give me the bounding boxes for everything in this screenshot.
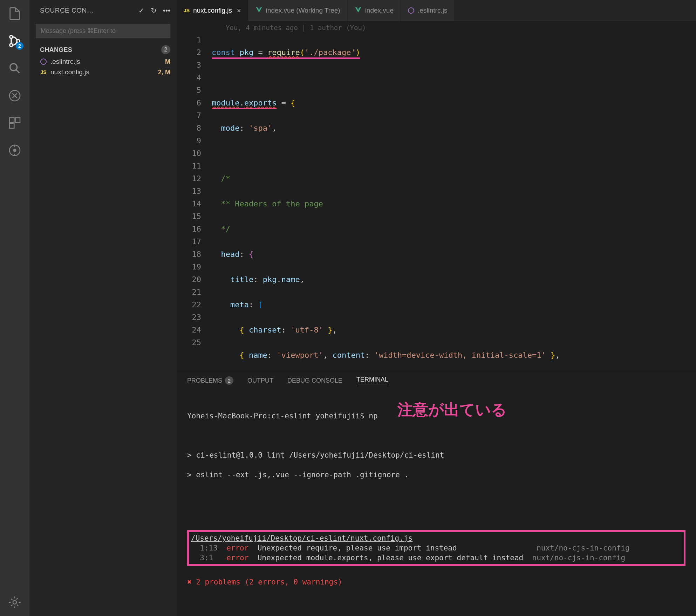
tab-index-vue-wt[interactable]: index.vue (Working Tree) — [248, 0, 348, 21]
scm-icon[interactable]: 2 — [7, 34, 22, 48]
refresh-icon[interactable]: ↻ — [151, 6, 157, 15]
scm-badge: 2 — [16, 42, 23, 50]
git-blame-annotation: You, 4 minutes ago | 1 author (You) — [177, 21, 696, 34]
scm-file-status: 2, M — [158, 69, 170, 76]
sidebar-title: SOURCE CON… — [40, 7, 94, 14]
bottom-panel: PROBLEMS 2 OUTPUT DEBUG CONSOLE TERMINAL… — [177, 371, 696, 616]
svg-rect-5 — [9, 118, 14, 122]
terminal-output[interactable]: 注意が出ている Yoheis-MacBook-Pro:ci-eslint yoh… — [177, 390, 696, 616]
panel-tab-terminal[interactable]: TERMINAL — [356, 376, 388, 385]
panel-tab-debug[interactable]: DEBUG CONSOLE — [287, 376, 342, 385]
tab-label: nuxt.config.js — [193, 7, 232, 14]
gitlens-icon[interactable] — [7, 143, 22, 158]
problems-badge: 2 — [225, 376, 233, 385]
explorer-icon[interactable] — [7, 6, 22, 21]
scm-file-nuxtconfig[interactable]: JS nuxt.config.js 2, M — [29, 67, 177, 77]
svg-rect-6 — [15, 118, 20, 122]
svg-point-3 — [10, 64, 17, 71]
scm-file-name: nuxt.config.js — [50, 68, 155, 76]
svg-rect-7 — [9, 124, 14, 128]
svg-point-1 — [10, 44, 13, 47]
js-icon: JS — [184, 8, 190, 13]
scm-file-status: M — [165, 58, 170, 66]
extensions-icon[interactable] — [7, 116, 22, 130]
gear-icon[interactable] — [7, 595, 22, 610]
tab-label: index.vue (Working Tree) — [266, 7, 340, 14]
js-icon: JS — [40, 69, 47, 76]
tab-nuxt-config[interactable]: JS nuxt.config.js × — [177, 0, 248, 21]
commit-message-input[interactable] — [36, 24, 170, 38]
circle-icon — [40, 58, 47, 65]
debug-icon[interactable] — [7, 88, 22, 103]
more-icon[interactable]: ••• — [163, 7, 170, 15]
svg-point-9 — [14, 149, 16, 152]
scm-file-eslintrc[interactable]: .eslintrc.js M — [29, 56, 177, 67]
tab-label: index.vue — [365, 7, 394, 14]
vue-icon — [355, 6, 362, 15]
scm-sidebar: SOURCE CON… ✓ ↻ ••• CHANGES 2 .eslintrc.… — [29, 0, 177, 616]
panel-tab-output[interactable]: OUTPUT — [247, 376, 273, 385]
tab-index-vue[interactable]: index.vue — [348, 0, 401, 21]
changes-count: 2 — [161, 45, 170, 54]
circle-icon — [408, 7, 414, 14]
code-editor[interactable]: const pkg = require('./package') module.… — [212, 34, 560, 371]
highlighted-errors: /Users/yoheifujii/Desktop/ci-eslint/nuxt… — [187, 530, 685, 566]
sidebar-header: SOURCE CON… ✓ ↻ ••• — [29, 0, 177, 21]
panel-tab-problems[interactable]: PROBLEMS 2 — [187, 376, 233, 385]
changes-label[interactable]: CHANGES — [40, 46, 72, 54]
scm-file-name: .eslintrc.js — [50, 58, 162, 66]
vue-icon — [255, 6, 262, 15]
panel-tabs: PROBLEMS 2 OUTPUT DEBUG CONSOLE TERMINAL — [177, 371, 696, 390]
line-gutter: 1234567891011121314151617181920212223242… — [177, 34, 212, 371]
tab-label: .eslintrc.js — [418, 7, 447, 14]
commit-icon[interactable]: ✓ — [138, 6, 144, 15]
close-icon[interactable]: × — [237, 7, 241, 15]
tab-eslintrc[interactable]: .eslintrc.js — [401, 0, 455, 21]
svg-point-10 — [13, 601, 16, 604]
svg-point-0 — [10, 35, 13, 38]
editor-tabs: JS nuxt.config.js × index.vue (Working T… — [177, 0, 696, 21]
activity-bar: 2 — [0, 0, 29, 616]
search-icon[interactable] — [7, 61, 22, 76]
